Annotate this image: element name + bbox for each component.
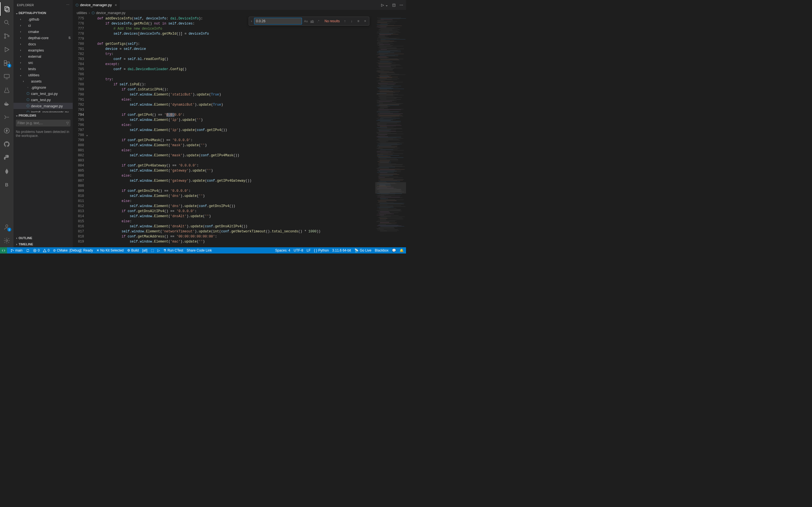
tree-item-label: cmake — [28, 30, 39, 34]
sidebar-more-icon[interactable]: ⋯ — [66, 3, 69, 7]
find-selection-icon[interactable]: ≡ — [356, 18, 361, 24]
tree-item-install-requirements-py[interactable]: ⬡install_requirements.py — [13, 109, 73, 112]
tree-item-src[interactable]: ›src — [13, 59, 73, 66]
svg-line-3 — [8, 23, 9, 25]
tree-item-examples[interactable]: ›examples — [13, 47, 73, 53]
tree-item-utilities[interactable]: ⌄utilities — [13, 72, 73, 78]
outline-section-header[interactable]: › OUTLINE — [13, 235, 73, 241]
python-icon[interactable] — [0, 151, 13, 165]
tree-item-label: device_manager.py — [31, 104, 63, 108]
tree-item-cam-test-gui-py[interactable]: ⬡cam_test_gui.py — [13, 91, 73, 97]
tree-item-ci[interactable]: ›ci — [13, 22, 73, 29]
mongodb-icon[interactable] — [0, 165, 13, 178]
match-word-toggle[interactable]: ab — [309, 18, 315, 24]
more-actions-icon[interactable]: ⋯ — [400, 3, 403, 7]
tree-item-label: depthai-core — [28, 36, 49, 40]
source-control-icon[interactable] — [0, 29, 13, 43]
remote-explorer-icon[interactable] — [0, 70, 13, 83]
find-next-icon[interactable]: ↓ — [349, 18, 354, 24]
tree-item-label: src — [28, 61, 33, 65]
split-editor-icon[interactable]: ◫ — [392, 3, 396, 7]
search-icon[interactable] — [0, 16, 13, 29]
run-icon[interactable]: ▷ ⌄ — [381, 3, 388, 7]
sync-icon[interactable] — [26, 249, 30, 252]
python-file-icon: ⬡ — [75, 3, 79, 7]
file-icon: ⬡ — [26, 98, 31, 102]
settings-gear-icon[interactable] — [0, 234, 13, 247]
github-icon[interactable] — [0, 137, 13, 151]
go-live-button[interactable]: 📡Go Live — [354, 248, 371, 252]
find-close-icon[interactable]: × — [362, 18, 368, 24]
build-button[interactable]: ⚙Build — [127, 248, 139, 252]
tree-item-device-manager-py[interactable]: ⬡device_manager.py — [13, 103, 73, 109]
eol-status[interactable]: LF — [306, 248, 310, 252]
minimap-viewport[interactable] — [375, 182, 406, 193]
launch-icon[interactable]: ▷ — [157, 248, 160, 252]
problems-filter[interactable]: Filter (e.g. text,... ▽ — [16, 120, 70, 126]
ctest-button[interactable]: ⚗Run CTest — [163, 248, 183, 252]
kit-status[interactable]: ✕No Kit Selected — [96, 248, 124, 252]
tree-item-depthai-core[interactable]: ›depthai-coreS — [13, 35, 73, 41]
tree-item-cam-test-py[interactable]: ⬡cam_test.py — [13, 97, 73, 103]
project-header[interactable]: ⌄ DEPTHAI-PYTHON — [13, 10, 73, 16]
blackbox-status[interactable]: Blackbox — [375, 248, 389, 252]
breadcrumb-file[interactable]: device_manager.py — [96, 11, 125, 15]
python-interpreter[interactable]: 3.11.6 64-bit — [332, 248, 351, 252]
tree-item-assets[interactable]: ›assets — [13, 78, 73, 84]
minimap[interactable] — [375, 16, 406, 247]
chevron-right-icon: › — [89, 11, 90, 15]
problems-status[interactable]: 0 0 — [33, 248, 50, 252]
status-bar: main 0 0 ⊘CMake: [Debug]: Ready ✕No Kit … — [0, 247, 406, 253]
cmake-status[interactable]: ⊘CMake: [Debug]: Ready — [53, 248, 93, 252]
tree-item-tests[interactable]: ›tests — [13, 66, 73, 72]
match-case-toggle[interactable]: Aa — [303, 18, 309, 24]
tree-item--github[interactable]: ›.github — [13, 16, 73, 22]
explorer-icon[interactable] — [0, 2, 13, 16]
tree-item-cmake[interactable]: ›cmake — [13, 29, 73, 35]
live-share-icon[interactable] — [0, 110, 13, 124]
gutter-add-icon[interactable]: + — [86, 133, 88, 138]
bold-icon[interactable]: B — [0, 178, 13, 191]
timeline-section-header[interactable]: › TIMELINE — [13, 241, 73, 247]
tree-item-label: utilities — [28, 73, 40, 77]
docker-icon[interactable] — [0, 97, 13, 110]
remote-indicator[interactable] — [0, 247, 7, 253]
indent-status[interactable]: Spaces: 4 — [275, 248, 290, 252]
breadcrumbs[interactable]: utilities › ⬡ device_manager.py — [73, 10, 406, 16]
tree-item-external[interactable]: ›external — [13, 53, 73, 59]
accounts-icon[interactable]: 1 — [0, 220, 13, 234]
tree-item-label: tests — [28, 67, 36, 71]
testing-icon[interactable] — [0, 83, 13, 97]
tab-close-icon[interactable]: × — [115, 3, 117, 7]
code-content[interactable]: def addDeviceInfo(self, deviceInfo: dai.… — [89, 16, 375, 247]
python-file-icon: ⬡ — [92, 11, 94, 15]
problems-section-header[interactable]: ⌄ PROBLEMS — [13, 112, 73, 119]
find-toggle-replace[interactable]: › — [249, 17, 254, 25]
debug-launch-icon[interactable]: ⬚ — [151, 248, 154, 252]
share-code-link[interactable]: Share Code Link — [187, 248, 212, 252]
tab-device-manager[interactable]: ⬡ device_manager.py × — [73, 0, 120, 10]
tree-item-label: cam_test_gui.py — [31, 92, 58, 96]
breadcrumb-folder[interactable]: utilities — [77, 11, 87, 15]
tree-item-label: ci — [28, 23, 31, 27]
project-name: DEPTHAI-PYTHON — [18, 11, 46, 15]
git-branch[interactable]: main — [10, 248, 22, 252]
find-input[interactable] — [254, 18, 302, 24]
language-mode[interactable]: { }Python — [314, 248, 329, 252]
notifications-icon[interactable]: 🔔 — [400, 248, 404, 252]
svg-rect-13 — [4, 103, 5, 104]
regex-toggle[interactable]: .* — [315, 18, 321, 24]
svg-point-22 — [11, 251, 11, 251]
tree-item--gitignore[interactable]: ◦.gitignore — [13, 84, 73, 91]
encoding-status[interactable]: UTF-8 — [294, 248, 303, 252]
filter-icon[interactable]: ▽ — [66, 121, 69, 125]
extensions-icon[interactable]: 3 — [0, 56, 13, 70]
build-target[interactable]: [all] — [142, 248, 147, 252]
feedback-icon[interactable]: 💬 — [392, 248, 396, 252]
tree-item-docs[interactable]: ›docs — [13, 41, 73, 47]
run-debug-icon[interactable] — [0, 43, 13, 56]
file-icon: ◦ — [26, 86, 31, 89]
thunder-icon[interactable] — [0, 124, 13, 137]
svg-point-2 — [4, 20, 8, 24]
find-prev-icon[interactable]: ↑ — [342, 18, 348, 24]
